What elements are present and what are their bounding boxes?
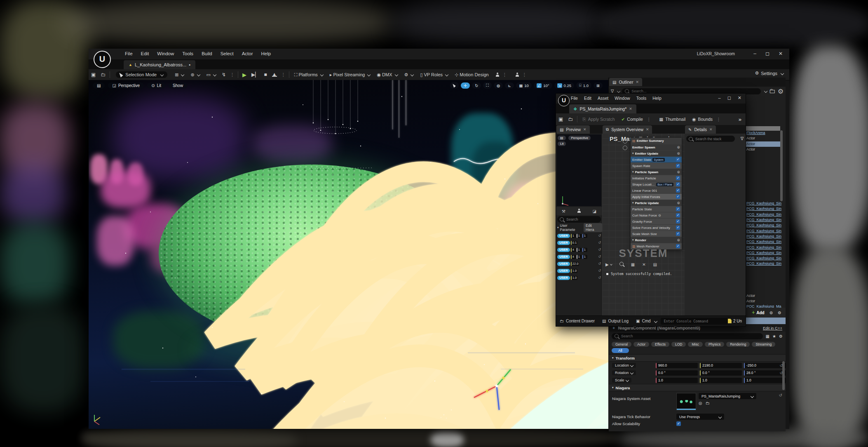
gear-icon[interactable]: ⚙ bbox=[778, 87, 784, 95]
stack-search-input[interactable]: Search the stack bbox=[686, 136, 735, 142]
chevron-down-icon[interactable] bbox=[617, 89, 620, 93]
play-options-icon[interactable]: ⋮ bbox=[281, 72, 286, 78]
niagara-details-tab[interactable]: ✎Details ✕ bbox=[685, 125, 716, 134]
expand-arrow-icon[interactable]: ▾ bbox=[632, 152, 634, 155]
outliner-tab[interactable]: ▤ Outliner ✕ bbox=[609, 78, 642, 86]
star-icon[interactable]: ★ bbox=[772, 334, 776, 339]
close-icon[interactable]: ✕ bbox=[636, 80, 639, 84]
outliner-row[interactable]: PCG_Kaohsiung_Sin bbox=[746, 234, 782, 239]
surface-snap-toggle[interactable]: ⊾ bbox=[505, 82, 514, 89]
details-search-input[interactable]: Search bbox=[612, 333, 763, 339]
reset-icon[interactable]: ↺ bbox=[598, 269, 601, 273]
curves-icon[interactable]: ◪ bbox=[593, 209, 596, 214]
rotation-dropdown[interactable]: Rotation bbox=[612, 370, 636, 375]
module-checkbox[interactable]: ✓ bbox=[676, 232, 680, 236]
menu-item[interactable]: Help bbox=[261, 51, 271, 56]
allow-scalability-checkbox[interactable]: ✓ bbox=[676, 421, 681, 426]
save-icon[interactable]: ▣ bbox=[91, 72, 96, 78]
stack-row[interactable]: ▾ Particle Update ⊕ bbox=[631, 200, 682, 206]
param-field[interactable]: 0.1 bbox=[571, 241, 577, 245]
toolbar-overflow-button[interactable]: » bbox=[739, 116, 741, 122]
transform-section-header[interactable]: ▾ Transform bbox=[609, 354, 786, 362]
expand-arrow-icon[interactable]: ▾ bbox=[632, 170, 634, 174]
outliner-row[interactable]: Actor bbox=[746, 293, 782, 299]
module-checkbox[interactable]: ✓ bbox=[676, 195, 680, 199]
stack-row[interactable]: ▾ Render ⊕ bbox=[631, 237, 682, 243]
outliner-row[interactable]: PCG_Kaohsiung_Sin bbox=[746, 212, 782, 217]
stack-row[interactable]: Particle State ✓ bbox=[631, 206, 682, 212]
user-parameter-row[interactable]: USER 1 1 1 ↺ bbox=[556, 232, 602, 239]
menu-item[interactable]: Asset bbox=[598, 96, 608, 101]
stack-row[interactable]: Gravity Force ✓ bbox=[631, 219, 682, 225]
outliner-row[interactable]: Actor bbox=[746, 141, 782, 147]
user-parameters-tab[interactable]: User Paramete bbox=[560, 224, 582, 232]
user-parameter-row[interactable]: USER 4 1 1 ↺ bbox=[556, 246, 602, 253]
menu-item[interactable]: Window bbox=[615, 96, 630, 101]
close-button[interactable]: ✕ bbox=[738, 95, 741, 101]
browse-icon[interactable]: 🗀 bbox=[568, 116, 573, 122]
blueprints-button[interactable]: ⊛ bbox=[190, 72, 199, 78]
emitter-node[interactable]: ▤ Emitter Summary Emitter Spawn ⊕ bbox=[630, 137, 682, 250]
stack-row[interactable]: ▾ Emitter Update ⊕ bbox=[631, 151, 682, 157]
gear-icon[interactable]: ⚙ bbox=[779, 334, 783, 339]
param-field[interactable]: 1 bbox=[577, 248, 582, 252]
user-parameter-row[interactable]: USER 1.0 ↺ bbox=[556, 267, 602, 274]
module-checkbox[interactable]: ✓ bbox=[676, 226, 680, 230]
overflow-icon[interactable]: ⋮ bbox=[230, 72, 235, 78]
maximize-viewport-button[interactable]: ⊞ bbox=[594, 82, 603, 89]
module-checkbox[interactable]: ✓ bbox=[676, 176, 680, 180]
details-scrollbar[interactable] bbox=[782, 361, 785, 390]
menu-item[interactable]: File bbox=[571, 96, 578, 101]
outliner-row[interactable]: Actor bbox=[746, 299, 782, 304]
unsaved-badge[interactable]: 2 Un bbox=[728, 319, 742, 323]
asset-thumbnail[interactable] bbox=[676, 393, 696, 410]
reset-icon[interactable]: ↺ bbox=[598, 241, 601, 245]
viewport-perspective-button[interactable]: ◲Perspective bbox=[108, 82, 144, 89]
gear-icon[interactable]: ⚙ bbox=[778, 311, 781, 315]
add-module-icon[interactable]: ⊕ bbox=[677, 151, 680, 155]
category-chip[interactable]: General bbox=[612, 342, 631, 347]
menu-item[interactable]: Build bbox=[202, 51, 212, 56]
stack-row[interactable]: Curl Noise Force ⊙ ✓ bbox=[631, 212, 682, 219]
user-button-2[interactable]: ⋮ bbox=[515, 72, 528, 78]
niagara-asset-tab[interactable]: ❖ PS_MantaRaisJumping* ✕ bbox=[569, 104, 636, 113]
param-field[interactable]: 1 bbox=[577, 234, 582, 238]
settings-gear-dropdown[interactable]: ⚙ bbox=[404, 72, 414, 78]
param-field[interactable]: 22.0 bbox=[571, 262, 579, 266]
category-chip[interactable]: Misc bbox=[688, 342, 702, 347]
minimize-button[interactable]: – bbox=[718, 95, 721, 101]
stack-row[interactable]: Shape Location Box / Plane ✓ bbox=[631, 181, 682, 188]
close-icon[interactable]: ✕ bbox=[646, 127, 649, 132]
eject-button[interactable]: ▲ bbox=[272, 73, 277, 77]
scale-tool[interactable]: ⛶ bbox=[483, 82, 492, 89]
edit-in-cpp-link[interactable]: Edit in C++ bbox=[763, 326, 782, 330]
category-chip[interactable]: Actor bbox=[633, 342, 649, 347]
user-parameter-row[interactable]: USER 0.1 ↺ bbox=[556, 239, 602, 246]
world-space-toggle[interactable]: ◍ bbox=[494, 82, 503, 89]
preview-tab[interactable]: ▤Preview ✕ bbox=[556, 125, 590, 134]
maximize-button[interactable]: ◻ bbox=[765, 51, 769, 56]
pixel-streaming-dropdown[interactable]: ▸Pixel Streaming bbox=[330, 72, 371, 78]
save-icon[interactable]: ▣ bbox=[558, 116, 563, 122]
tick-behavior-dropdown[interactable]: Use Prereqs bbox=[676, 414, 724, 420]
compile-button[interactable]: ✔ Compile⋮ bbox=[622, 117, 653, 122]
outliner-row[interactable]: PCG_Kaohsiung_Sin bbox=[746, 250, 782, 256]
module-checkbox[interactable]: ✓ bbox=[676, 219, 680, 224]
reset-icon[interactable]: ↺ bbox=[598, 234, 601, 238]
stack-row[interactable]: Apply Initial Forces ✓ bbox=[631, 194, 682, 200]
menu-item[interactable]: Edit bbox=[584, 96, 591, 101]
user-params-icon[interactable] bbox=[577, 209, 581, 214]
menu-item[interactable]: File bbox=[125, 51, 133, 56]
modify-icon[interactable]: ↯ bbox=[222, 72, 226, 78]
close-button[interactable]: ✕ bbox=[779, 51, 783, 56]
module-checkbox[interactable]: ✓ bbox=[676, 182, 680, 186]
play-icon[interactable]: ▶ bbox=[605, 262, 612, 267]
menu-item[interactable]: Select bbox=[221, 51, 234, 56]
param-field[interactable]: 1.0 bbox=[571, 276, 577, 280]
category-chip-all[interactable]: All bbox=[612, 348, 629, 353]
scale-dropdown[interactable]: Scale bbox=[612, 378, 631, 383]
niagara-section-header[interactable]: ▾ Niagara bbox=[609, 384, 786, 391]
add-component-button[interactable]: + Add bbox=[752, 310, 764, 315]
outliner-row[interactable]: PCG_Kaohsiung_Sin bbox=[746, 245, 782, 250]
menu-item[interactable]: Edit bbox=[141, 51, 149, 56]
